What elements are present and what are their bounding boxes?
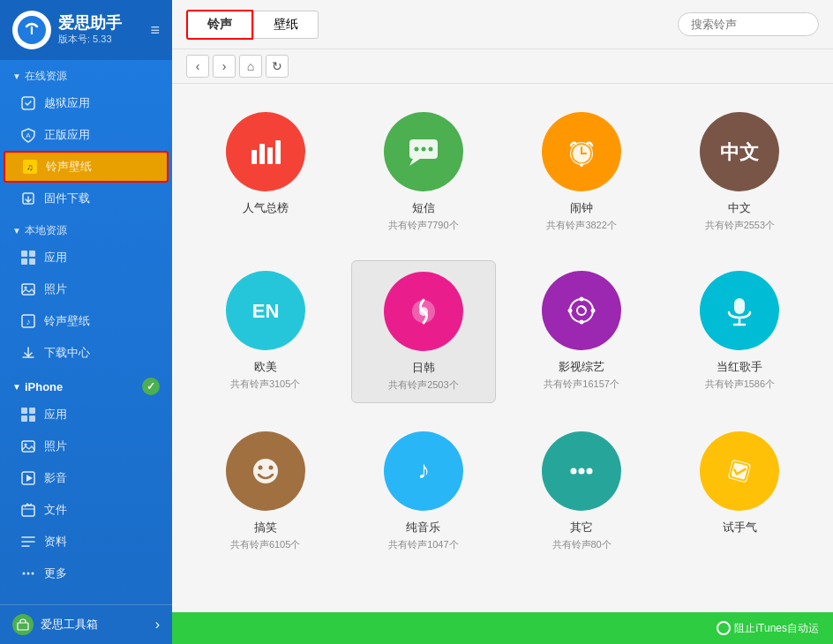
sidebar-item-firmware[interactable]: 固件下载: [0, 183, 172, 214]
sidebar-item-iphone-media[interactable]: 影音: [0, 462, 172, 494]
category-western[interactable]: EN 欧美 共有铃声3105个: [193, 260, 337, 403]
main-content: 铃声 壁纸 ‹ › ⌂ ↻ 人气总榜: [172, 0, 833, 644]
sidebar-item-download[interactable]: 下载中心: [0, 337, 172, 369]
svg-point-47: [580, 320, 584, 325]
category-lucky-name: 试手气: [723, 520, 757, 535]
svg-text:中文: 中文: [720, 141, 759, 163]
category-singer-name: 当红歌手: [717, 359, 762, 375]
iphone-media-label: 影音: [44, 470, 67, 486]
category-japanese-korean-count: 共有铃声2503个: [388, 378, 458, 392]
iphone-photos-label: 照片: [44, 438, 67, 454]
menu-icon[interactable]: ≡: [150, 21, 160, 40]
arrow-icon-local: ▼: [12, 226, 21, 236]
online-section-header[interactable]: ▼ 在线资源: [0, 60, 172, 87]
category-alarm-icon: [542, 112, 621, 191]
sidebar-item-licensed[interactable]: A 正版应用: [0, 119, 172, 151]
category-other-icon: [542, 431, 621, 511]
svg-point-45: [577, 306, 586, 315]
category-chinese-count: 共有铃声2553个: [705, 219, 775, 232]
category-western-count: 共有铃声3105个: [230, 378, 300, 391]
svg-rect-18: [29, 416, 35, 422]
category-film-count: 共有铃声16157个: [544, 378, 619, 391]
licensed-icon: A: [19, 126, 37, 144]
search-input[interactable]: [678, 12, 819, 36]
svg-point-53: [268, 466, 273, 470]
sidebar-item-iphone-files[interactable]: 文件: [0, 494, 172, 526]
category-popular-icon: [226, 112, 305, 191]
category-funny-count: 共有铃声6105个: [230, 538, 300, 551]
sidebar-item-ringtone-local[interactable]: ♪ 铃声壁纸: [0, 305, 172, 337]
tab-ringtone[interactable]: 铃声: [186, 10, 253, 40]
sidebar-item-ringtone-online[interactable]: ♫ 铃声壁纸: [4, 151, 169, 183]
svg-rect-50: [734, 298, 745, 314]
svg-point-52: [258, 466, 262, 470]
category-sms-icon: [384, 112, 463, 191]
svg-point-25: [27, 573, 30, 575]
svg-point-49: [591, 309, 596, 313]
svg-text:♪: ♪: [417, 456, 430, 483]
photos-local-label: 照片: [44, 281, 67, 297]
svg-rect-11: [22, 284, 34, 295]
sidebar-item-iphone-photos[interactable]: 照片: [0, 431, 172, 462]
category-singer-count: 共有铃声1586个: [705, 378, 775, 391]
sidebar-item-apps-local[interactable]: 应用: [0, 242, 172, 273]
category-alarm[interactable]: 闹钟 共有铃声3822个: [510, 101, 654, 243]
category-sms-name: 短信: [412, 200, 435, 216]
content-area: 人气总榜 短信 共有铃声7790个: [172, 84, 833, 612]
category-instrumental-name: 纯音乐: [406, 520, 440, 535]
category-western-name: 欧美: [254, 359, 277, 375]
category-japanese-korean[interactable]: 日韩 共有铃声2503个: [351, 260, 495, 403]
category-chinese[interactable]: 中文 中文 共有铃声2553个: [668, 101, 812, 243]
category-lucky-icon: [700, 431, 779, 511]
category-popular[interactable]: 人气总榜: [193, 101, 337, 243]
sidebar-item-jailbreak[interactable]: 越狱应用: [0, 87, 172, 119]
sidebar-item-iphone-info[interactable]: 资料: [0, 526, 172, 558]
category-popular-name: 人气总榜: [243, 200, 289, 216]
category-sms-count: 共有铃声7790个: [388, 219, 458, 232]
svg-point-36: [428, 147, 432, 152]
itunes-status[interactable]: 阻止iTunes自动运: [717, 621, 819, 636]
svg-point-55: [571, 468, 577, 475]
forward-button[interactable]: ›: [213, 55, 236, 78]
tab-group: 铃声 壁纸: [186, 10, 319, 40]
tab-wallpaper[interactable]: 壁纸: [253, 11, 319, 39]
category-funny[interactable]: 搞笑 共有铃声6105个: [193, 421, 337, 562]
back-button[interactable]: ‹: [186, 55, 209, 78]
local-section-header[interactable]: ▼ 本地资源: [0, 214, 172, 242]
iphone-info-icon: [19, 533, 37, 550]
category-instrumental-icon: ♪: [384, 431, 463, 511]
category-other-name: 其它: [570, 520, 593, 535]
ringtone-online-icon: ♫: [21, 158, 39, 176]
svg-text:EN: EN: [251, 300, 279, 322]
iphone-section-header[interactable]: ▼ iPhone ✓: [0, 369, 172, 399]
iphone-files-label: 文件: [44, 502, 67, 518]
category-singer[interactable]: 当红歌手 共有铃声1586个: [668, 260, 812, 403]
svg-rect-8: [29, 251, 35, 257]
category-other-count: 共有铃声80个: [552, 538, 612, 551]
iphone-section-label: iPhone: [25, 380, 63, 393]
svg-point-34: [414, 147, 418, 152]
toolbox-button[interactable]: 爱思工具箱 ›: [0, 604, 172, 644]
category-instrumental-count: 共有铃声1047个: [388, 538, 458, 551]
svg-point-48: [568, 309, 573, 313]
category-lucky[interactable]: 试手气: [668, 421, 812, 562]
category-sms[interactable]: 短信 共有铃声7790个: [351, 101, 495, 243]
firmware-icon: [19, 190, 37, 207]
apps-local-icon: [19, 249, 37, 266]
category-film[interactable]: 影视综艺 共有铃声16157个: [510, 260, 654, 403]
arrow-icon: ▼: [12, 71, 21, 81]
refresh-button[interactable]: ↻: [266, 55, 289, 78]
category-film-icon: [542, 271, 621, 350]
home-button[interactable]: ⌂: [239, 55, 262, 78]
local-section-label: 本地资源: [25, 223, 67, 238]
category-chinese-icon: 中文: [700, 112, 779, 191]
sidebar-item-photos-local[interactable]: 照片: [0, 273, 172, 305]
ringtone-local-label: 铃声壁纸: [44, 313, 90, 329]
sidebar-item-iphone-more[interactable]: 更多: [0, 558, 172, 589]
category-other[interactable]: 其它 共有铃声80个: [510, 421, 654, 562]
photos-local-icon: [19, 281, 37, 298]
category-japanese-korean-name: 日韩: [412, 360, 435, 376]
category-instrumental[interactable]: ♪ 纯音乐 共有铃声1047个: [351, 421, 495, 562]
jailbreak-icon: [19, 94, 37, 112]
sidebar-item-iphone-apps[interactable]: 应用: [0, 399, 172, 431]
